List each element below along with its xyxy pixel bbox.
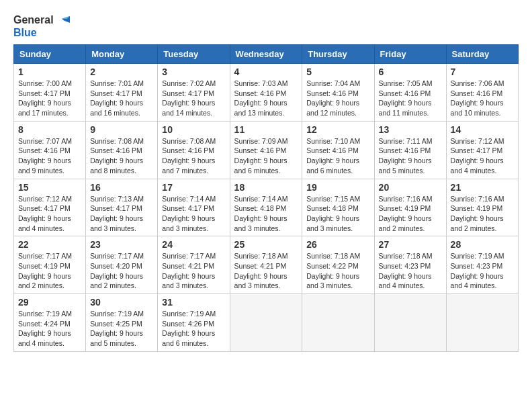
day-cell: 12Sunrise: 7:10 AMSunset: 4:16 PMDayligh…	[302, 121, 374, 179]
day-number: 20	[379, 182, 442, 193]
day-cell: 8Sunrise: 7:07 AMSunset: 4:16 PMDaylight…	[14, 121, 86, 179]
day-number: 16	[90, 182, 153, 193]
day-info: Sunrise: 7:03 AMSunset: 4:16 PMDaylight:…	[234, 79, 298, 118]
header-tuesday: Tuesday	[158, 45, 230, 64]
day-cell: 10Sunrise: 7:08 AMSunset: 4:16 PMDayligh…	[158, 121, 230, 179]
day-info: Sunrise: 7:16 AMSunset: 4:19 PMDaylight:…	[379, 194, 442, 234]
day-number: 10	[162, 124, 225, 135]
week-row-1: 1Sunrise: 7:00 AMSunset: 4:17 PMDaylight…	[14, 64, 519, 122]
day-info: Sunrise: 7:08 AMSunset: 4:16 PMDaylight:…	[162, 136, 225, 176]
day-cell: 19Sunrise: 7:15 AMSunset: 4:18 PMDayligh…	[302, 179, 374, 236]
day-number: 11	[234, 124, 298, 135]
day-number: 3	[162, 66, 225, 77]
day-cell: 18Sunrise: 7:14 AMSunset: 4:18 PMDayligh…	[230, 179, 302, 236]
header-wednesday: Wednesday	[230, 45, 302, 64]
calendar-table: SundayMondayTuesdayWednesdayThursdayFrid…	[13, 44, 519, 352]
day-info: Sunrise: 7:01 AMSunset: 4:17 PMDaylight:…	[90, 79, 153, 118]
day-info: Sunrise: 7:14 AMSunset: 4:17 PMDaylight:…	[162, 194, 225, 234]
day-info: Sunrise: 7:18 AMSunset: 4:23 PMDaylight:…	[379, 251, 442, 291]
day-cell: 16Sunrise: 7:13 AMSunset: 4:17 PMDayligh…	[86, 179, 158, 236]
day-number: 25	[234, 239, 298, 250]
day-cell: 4Sunrise: 7:03 AMSunset: 4:16 PMDaylight…	[230, 64, 302, 122]
logo-bird-icon	[55, 13, 70, 27]
day-number: 28	[451, 239, 514, 250]
header-thursday: Thursday	[302, 45, 374, 64]
day-cell: 17Sunrise: 7:14 AMSunset: 4:17 PMDayligh…	[158, 179, 230, 236]
day-number: 23	[90, 239, 153, 250]
day-number: 18	[234, 182, 298, 193]
day-info: Sunrise: 7:19 AMSunset: 4:24 PMDaylight:…	[18, 309, 81, 349]
day-number: 7	[451, 66, 514, 77]
logo-blue: Blue	[13, 27, 37, 39]
day-cell	[302, 294, 374, 352]
day-cell: 30Sunrise: 7:19 AMSunset: 4:25 PMDayligh…	[86, 294, 158, 352]
day-cell: 14Sunrise: 7:12 AMSunset: 4:17 PMDayligh…	[446, 121, 518, 179]
day-number: 6	[379, 66, 442, 77]
day-cell: 26Sunrise: 7:18 AMSunset: 4:22 PMDayligh…	[302, 236, 374, 294]
day-info: Sunrise: 7:10 AMSunset: 4:16 PMDaylight:…	[306, 136, 369, 176]
logo-general: General	[13, 14, 54, 26]
day-cell: 6Sunrise: 7:05 AMSunset: 4:16 PMDaylight…	[374, 64, 446, 122]
header-monday: Monday	[86, 45, 158, 64]
day-cell: 29Sunrise: 7:19 AMSunset: 4:24 PMDayligh…	[14, 294, 86, 352]
day-info: Sunrise: 7:19 AMSunset: 4:25 PMDaylight:…	[90, 309, 153, 349]
day-info: Sunrise: 7:00 AMSunset: 4:17 PMDaylight:…	[18, 79, 81, 118]
day-info: Sunrise: 7:04 AMSunset: 4:16 PMDaylight:…	[306, 79, 369, 118]
week-row-2: 8Sunrise: 7:07 AMSunset: 4:16 PMDaylight…	[14, 121, 519, 179]
day-number: 17	[162, 182, 225, 193]
header-row: SundayMondayTuesdayWednesdayThursdayFrid…	[14, 45, 519, 64]
day-cell: 1Sunrise: 7:00 AMSunset: 4:17 PMDaylight…	[14, 64, 86, 122]
day-cell: 25Sunrise: 7:18 AMSunset: 4:21 PMDayligh…	[230, 236, 302, 294]
day-cell: 5Sunrise: 7:04 AMSunset: 4:16 PMDaylight…	[302, 64, 374, 122]
day-cell	[446, 294, 518, 352]
day-info: Sunrise: 7:15 AMSunset: 4:18 PMDaylight:…	[306, 194, 369, 234]
logo: General Blue	[13, 13, 70, 39]
day-number: 4	[234, 66, 298, 77]
day-info: Sunrise: 7:07 AMSunset: 4:16 PMDaylight:…	[18, 136, 81, 176]
day-number: 15	[18, 182, 81, 193]
day-info: Sunrise: 7:02 AMSunset: 4:17 PMDaylight:…	[162, 79, 225, 118]
day-info: Sunrise: 7:17 AMSunset: 4:20 PMDaylight:…	[90, 251, 153, 291]
day-info: Sunrise: 7:05 AMSunset: 4:16 PMDaylight:…	[379, 79, 442, 118]
week-row-3: 15Sunrise: 7:12 AMSunset: 4:17 PMDayligh…	[14, 179, 519, 236]
day-cell: 31Sunrise: 7:19 AMSunset: 4:26 PMDayligh…	[158, 294, 230, 352]
day-number: 21	[451, 182, 514, 193]
day-number: 9	[90, 124, 153, 135]
day-number: 19	[306, 182, 369, 193]
day-number: 8	[18, 124, 81, 135]
day-number: 26	[306, 239, 369, 250]
day-info: Sunrise: 7:19 AMSunset: 4:26 PMDaylight:…	[162, 309, 225, 349]
day-cell: 7Sunrise: 7:06 AMSunset: 4:16 PMDaylight…	[446, 64, 518, 122]
day-cell: 13Sunrise: 7:11 AMSunset: 4:16 PMDayligh…	[374, 121, 446, 179]
day-cell: 21Sunrise: 7:16 AMSunset: 4:19 PMDayligh…	[446, 179, 518, 236]
day-info: Sunrise: 7:18 AMSunset: 4:21 PMDaylight:…	[234, 251, 298, 291]
day-number: 22	[18, 239, 81, 250]
day-info: Sunrise: 7:11 AMSunset: 4:16 PMDaylight:…	[379, 136, 442, 176]
day-info: Sunrise: 7:14 AMSunset: 4:18 PMDaylight:…	[234, 194, 298, 234]
day-info: Sunrise: 7:13 AMSunset: 4:17 PMDaylight:…	[90, 194, 153, 234]
day-info: Sunrise: 7:19 AMSunset: 4:23 PMDaylight:…	[451, 251, 514, 291]
week-row-4: 22Sunrise: 7:17 AMSunset: 4:19 PMDayligh…	[14, 236, 519, 294]
day-number: 31	[162, 297, 225, 308]
day-cell: 27Sunrise: 7:18 AMSunset: 4:23 PMDayligh…	[374, 236, 446, 294]
week-row-5: 29Sunrise: 7:19 AMSunset: 4:24 PMDayligh…	[14, 294, 519, 352]
day-info: Sunrise: 7:09 AMSunset: 4:16 PMDaylight:…	[234, 136, 298, 176]
day-number: 27	[379, 239, 442, 250]
day-cell	[374, 294, 446, 352]
day-info: Sunrise: 7:17 AMSunset: 4:21 PMDaylight:…	[162, 251, 225, 291]
day-info: Sunrise: 7:17 AMSunset: 4:19 PMDaylight:…	[18, 251, 81, 291]
day-info: Sunrise: 7:12 AMSunset: 4:17 PMDaylight:…	[18, 194, 81, 234]
day-number: 13	[379, 124, 442, 135]
day-number: 5	[306, 66, 369, 77]
page-header: General Blue	[13, 13, 519, 39]
day-info: Sunrise: 7:12 AMSunset: 4:17 PMDaylight:…	[451, 136, 514, 176]
day-number: 2	[90, 66, 153, 77]
day-cell: 15Sunrise: 7:12 AMSunset: 4:17 PMDayligh…	[14, 179, 86, 236]
day-cell: 24Sunrise: 7:17 AMSunset: 4:21 PMDayligh…	[158, 236, 230, 294]
day-number: 1	[18, 66, 81, 77]
day-cell	[230, 294, 302, 352]
day-cell: 23Sunrise: 7:17 AMSunset: 4:20 PMDayligh…	[86, 236, 158, 294]
day-cell: 2Sunrise: 7:01 AMSunset: 4:17 PMDaylight…	[86, 64, 158, 122]
day-cell: 9Sunrise: 7:08 AMSunset: 4:16 PMDaylight…	[86, 121, 158, 179]
day-number: 30	[90, 297, 153, 308]
